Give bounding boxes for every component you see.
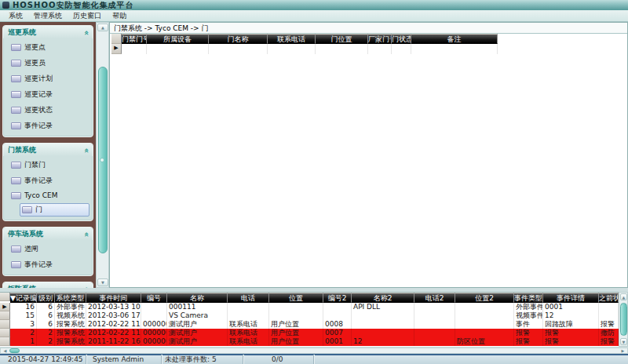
cell[interactable] bbox=[352, 320, 414, 329]
cell[interactable]: 12 bbox=[543, 311, 599, 320]
cell[interactable]: 6 bbox=[37, 303, 55, 311]
cell[interactable] bbox=[455, 320, 514, 329]
cell[interactable]: 报警 bbox=[514, 337, 543, 346]
cell[interactable] bbox=[414, 311, 455, 320]
column-header[interactable]: 联系电话 bbox=[268, 34, 316, 44]
cell[interactable]: 报警系统 bbox=[55, 329, 86, 337]
scroll-right-icon[interactable]: ▶ bbox=[619, 348, 626, 353]
cell[interactable]: 测试用户 bbox=[167, 337, 228, 346]
sidebar-item[interactable]: 巡更记录 bbox=[9, 88, 90, 101]
cell[interactable] bbox=[147, 44, 209, 54]
cell[interactable] bbox=[269, 311, 323, 320]
cell[interactable] bbox=[414, 329, 455, 337]
cell[interactable]: 2 bbox=[37, 337, 55, 346]
cell[interactable]: 2011-11-22 16:00:27 bbox=[86, 337, 141, 346]
column-header[interactable]: 事件类型 bbox=[514, 293, 543, 303]
cell[interactable] bbox=[323, 311, 352, 320]
sidebar-item[interactable]: 巡更员 bbox=[9, 56, 90, 70]
cell[interactable] bbox=[141, 303, 167, 311]
cell[interactable] bbox=[316, 44, 368, 54]
sidebar-item[interactable]: 门禁门 bbox=[9, 158, 90, 172]
cell[interactable] bbox=[455, 303, 514, 311]
cell[interactable]: 视频事件 bbox=[514, 311, 543, 320]
sidebar-item[interactable]: 巡更点 bbox=[9, 41, 90, 54]
scroll-down-icon[interactable]: ▼ bbox=[97, 278, 108, 286]
cell[interactable] bbox=[455, 329, 514, 337]
scroll-left-icon[interactable]: ◀ bbox=[2, 348, 9, 353]
cell[interactable]: 2 bbox=[10, 329, 37, 337]
column-header[interactable]: 门名称 bbox=[209, 34, 268, 44]
sidebar-item[interactable]: 事件记录 bbox=[9, 119, 90, 133]
horizontal-scrollbar[interactable]: ◀ ▶ bbox=[0, 348, 628, 354]
column-header[interactable]: 级别 bbox=[37, 293, 55, 303]
cell[interactable]: 报警 bbox=[514, 329, 543, 337]
cell[interactable]: 撤防 bbox=[599, 329, 619, 337]
column-header[interactable]: 系统类型 bbox=[55, 293, 86, 303]
cell[interactable]: 用户位置 bbox=[269, 337, 323, 346]
sidebar-item[interactable]: 巡更状态 bbox=[9, 104, 90, 117]
scroll-down-icon[interactable]: ▼ bbox=[620, 338, 627, 345]
cell[interactable] bbox=[228, 303, 269, 311]
cell[interactable]: 3 bbox=[10, 320, 37, 329]
cell[interactable]: 报警系统 bbox=[55, 337, 86, 346]
column-header[interactable]: ▼记录编号 bbox=[10, 293, 37, 303]
collapse-icon[interactable]: « bbox=[83, 286, 89, 288]
collapse-icon[interactable]: « bbox=[83, 30, 89, 35]
cell[interactable]: 报警 bbox=[543, 337, 599, 346]
cell[interactable]: 0007 bbox=[323, 329, 352, 337]
collapse-icon[interactable]: « bbox=[83, 231, 89, 236]
cell[interactable]: 2 bbox=[37, 329, 55, 337]
cell[interactable]: 测试用户 bbox=[167, 320, 228, 329]
menu-item-2[interactable]: 历史窗口 bbox=[68, 10, 107, 22]
cell[interactable]: VS Camera bbox=[167, 311, 228, 320]
cell[interactable]: 联系电话 bbox=[228, 320, 269, 329]
table-row[interactable]: 36报警系统2012-02-22 11:26:0200000002测试用户联系电… bbox=[0, 320, 619, 329]
section-header[interactable]: 巡更系统« bbox=[3, 26, 93, 38]
cell[interactable]: 16 bbox=[10, 303, 37, 311]
sidebar-item[interactable]: 事件记录 bbox=[9, 258, 90, 271]
cell[interactable] bbox=[414, 320, 455, 329]
horizontal-scroll-thumb[interactable] bbox=[9, 348, 20, 353]
section-header[interactable]: 停车场系统« bbox=[3, 228, 93, 240]
column-header[interactable]: 厂家门号 bbox=[368, 34, 392, 44]
sidebar-item[interactable]: 门 bbox=[20, 203, 89, 217]
cell[interactable]: 000111 bbox=[167, 303, 228, 311]
cell[interactable]: 防区位置 bbox=[455, 337, 514, 346]
cell[interactable]: 15 bbox=[10, 311, 37, 320]
column-header[interactable]: 备注 bbox=[411, 34, 498, 44]
cell[interactable]: 6 bbox=[37, 311, 55, 320]
table-row[interactable]: 22报警系统2012-02-22 11:26:0200000002测试用户联系电… bbox=[0, 329, 619, 337]
event-scrollbar[interactable]: ▲ ▼ bbox=[619, 292, 628, 347]
table-row[interactable]: ▶ bbox=[111, 44, 498, 54]
column-header[interactable]: 之前状态 bbox=[599, 293, 619, 303]
table-row[interactable]: ▶166外部事件2012-03-13 10:38:04000111API DLL… bbox=[0, 303, 619, 311]
column-header[interactable]: 名称 bbox=[167, 293, 228, 303]
event-scroll-thumb[interactable] bbox=[620, 303, 627, 336]
cell[interactable]: 联系电话 bbox=[228, 337, 269, 346]
cell[interactable]: 事件 bbox=[514, 320, 543, 329]
cell[interactable]: 00000002 bbox=[141, 320, 167, 329]
cell[interactable] bbox=[599, 303, 619, 311]
cell[interactable] bbox=[209, 44, 268, 54]
sidebar-item[interactable]: 巡更计划 bbox=[9, 72, 90, 86]
column-header[interactable]: 事件详情 bbox=[543, 293, 599, 303]
cell[interactable] bbox=[269, 303, 323, 311]
sidebar-item[interactable]: Tyco CEM bbox=[9, 190, 90, 201]
cell[interactable] bbox=[141, 311, 167, 320]
cell[interactable]: 0001 bbox=[323, 337, 352, 346]
cell[interactable]: 用户位置 bbox=[269, 320, 323, 329]
cell[interactable]: 外部事件 bbox=[514, 303, 543, 311]
cell[interactable]: 1 bbox=[10, 337, 37, 346]
cell[interactable]: 外部事件 bbox=[55, 303, 86, 311]
cell[interactable]: 回路故障 bbox=[543, 320, 599, 329]
cell[interactable]: 12 bbox=[352, 337, 414, 346]
table-row[interactable]: 156视频系统2012-03-06 17:26:34VS Camera视频事件1… bbox=[0, 311, 619, 320]
cell[interactable]: 联系电话 bbox=[228, 329, 269, 337]
cell[interactable]: 00000003 bbox=[141, 337, 167, 346]
sidebar-item[interactable]: 事件记录 bbox=[9, 174, 90, 187]
cell[interactable]: 2012-02-22 11:26:02 bbox=[86, 329, 141, 337]
column-header[interactable]: 电话 bbox=[228, 293, 269, 303]
column-header[interactable]: 位置2 bbox=[455, 293, 514, 303]
column-header[interactable]: 编号2 bbox=[323, 293, 352, 303]
cell[interactable] bbox=[352, 311, 414, 320]
